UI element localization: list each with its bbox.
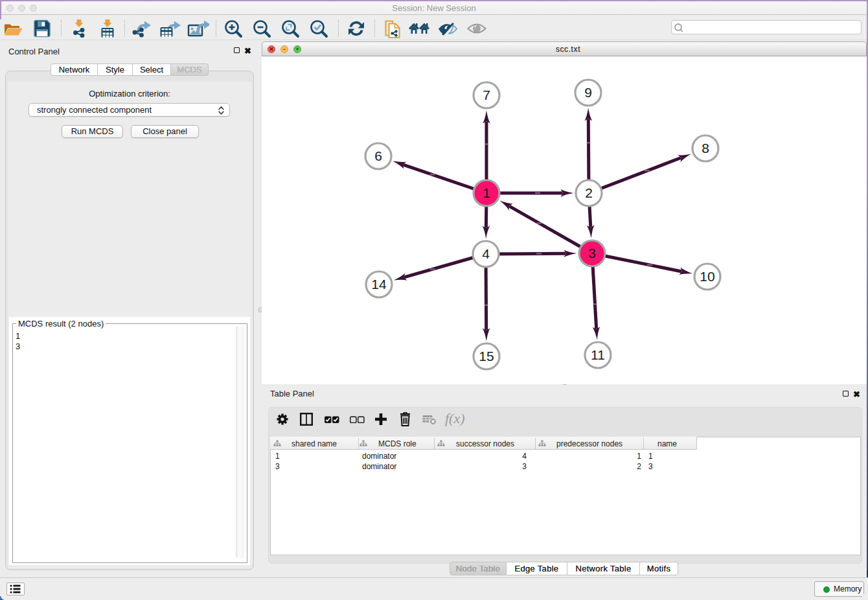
svg-text:3: 3 — [588, 246, 596, 260]
svg-text:14: 14 — [371, 277, 387, 292]
svg-text:6: 6 — [374, 148, 382, 163]
svg-text:9: 9 — [584, 85, 592, 100]
svg-text:8: 8 — [702, 141, 709, 156]
svg-text:15: 15 — [479, 349, 494, 363]
svg-text:10: 10 — [700, 269, 714, 284]
svg-text:2: 2 — [585, 185, 593, 200]
svg-text:4: 4 — [482, 246, 490, 261]
svg-text:7: 7 — [483, 87, 490, 102]
svg-text:1: 1 — [483, 185, 490, 200]
svg-text:11: 11 — [591, 347, 605, 362]
